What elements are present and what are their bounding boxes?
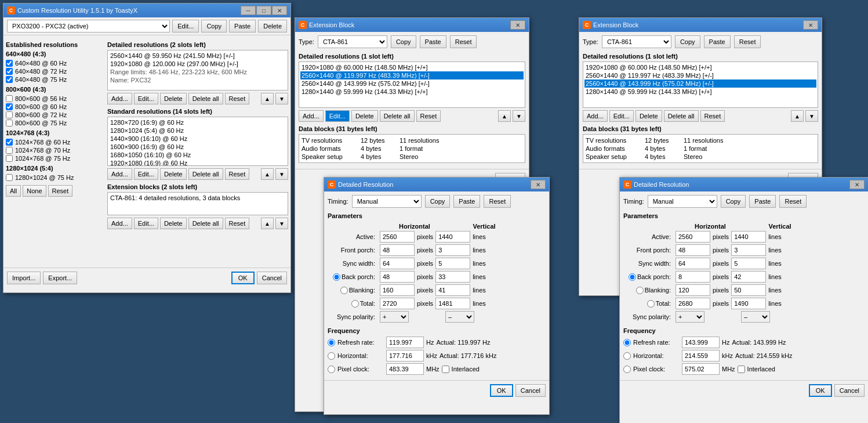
detail-right-copy-button[interactable]: Copy [721,195,746,208]
detail-mid-ok-button[interactable]: OK [490,384,513,397]
ext-mid-detail-item-4[interactable]: 1280×1440 @ 59.999 Hz (144.33 MHz) [+/+] [300,88,524,96]
res-800x600-56-checkbox[interactable] [6,95,13,102]
detail-right-timing-dropdown[interactable]: Manual [648,195,717,208]
front-porch-v-input[interactable] [435,244,470,256]
std-res-item-3[interactable]: 1440×900 (16:10) @ 60 Hz [109,135,286,143]
std-res-item-2[interactable]: 1280×1024 (5:4) @ 60 Hz [109,126,286,135]
detail-mid-close-button[interactable]: ✕ [531,180,546,189]
res-1024x768-70-checkbox[interactable] [6,147,13,154]
sync-width-v-input[interactable] [435,258,470,269]
standard-resolutions-list[interactable]: 1280×720 (16:9) @ 60 Hz 1280×1024 (5:4) … [107,117,288,166]
detail-right-close-button[interactable]: ✕ [849,180,865,189]
ext-right-copy-button[interactable]: Copy [675,35,700,48]
close-button[interactable]: ✕ [272,6,287,15]
back-porch-h-input[interactable] [380,271,415,283]
copy-button[interactable]: Copy [201,20,227,32]
refresh-rate-input[interactable] [386,337,424,348]
rdb-speaker-name[interactable]: Speaker setup [586,153,644,160]
r-horizontal-freq-input[interactable] [682,350,720,361]
ext-mid-detail-up-button[interactable]: ▲ [498,110,511,122]
r-blanking-radio[interactable] [636,287,644,294]
res-800x600-60-checkbox[interactable] [6,103,13,110]
r-total-h-input[interactable] [675,298,710,309]
extension-blocks-list[interactable]: CTA-861: 4 detailed resolutions, 3 data … [107,192,288,215]
res-1024x768-75-checkbox[interactable] [6,155,13,162]
horizontal-freq-input[interactable] [386,350,424,361]
rdb-tv-name[interactable]: TV resolutions [586,137,644,144]
ext-right-detail-res-list[interactable]: 1920×1080 @ 60.000 Hz (148.50 MHz) [+/+]… [583,62,818,108]
ext-mid-close-button[interactable]: ✕ [510,20,525,30]
r-active-h-input[interactable] [675,231,710,243]
detail-mid-paste-button[interactable]: Paste [453,195,480,208]
front-porch-h-input[interactable] [380,244,415,256]
ext-mid-detail-down-button[interactable]: ▼ [513,110,525,122]
ext-right-close-button[interactable]: ✕ [803,20,818,30]
r-total-v-input[interactable] [731,298,766,309]
all-button[interactable]: All [6,185,21,197]
std-res-item-6[interactable]: 1920×1080 (16:9) @ 60 Hz [109,159,286,166]
db-speaker-name[interactable]: Speaker setup [302,153,359,160]
blanking-v-input[interactable] [435,284,470,296]
total-v-input[interactable] [435,298,470,309]
std-up-button[interactable]: ▲ [261,168,274,180]
horizontal-freq-radio[interactable] [328,352,335,360]
detail-right-cancel-button[interactable]: Cancel [834,384,865,397]
detail-res-item-2[interactable]: 1920×1080 @ 120.000 Hz (297.00 MHz) [+/-… [109,60,286,68]
ext-mid-detail-item-2[interactable]: 2560×1440 @ 119.997 Hz (483.39 MHz) [+/-… [300,71,524,79]
ext-mid-detail-res-list[interactable]: 1920×1080 @ 60.000 Hz (148.50 MHz) [+/+]… [299,62,525,108]
r-blanking-h-input[interactable] [675,284,710,296]
active-v-input[interactable] [435,231,470,243]
ext-mid-type-dropdown[interactable]: CTA-861 [318,35,387,48]
detail-delete-button[interactable]: Delete [160,93,187,104]
ext-right-detail-item-3[interactable]: 2560×1440 @ 143.999 Hz (575.02 MHz) [+/-… [584,79,816,88]
r-active-v-input[interactable] [731,231,766,243]
total-h-input[interactable] [380,298,415,309]
ext-right-detail-delete-all-button[interactable]: Delete all [664,110,699,122]
ext-right-detail-item-1[interactable]: 1920×1080 @ 60.000 Hz (148.50 MHz) [+/+] [584,63,816,71]
detail-delete-all-button[interactable]: Delete all [188,93,223,104]
ext-block-item-1[interactable]: CTA-861: 4 detailed resolutions, 3 data … [109,194,286,202]
res-640x480-72-checkbox[interactable] [6,68,13,75]
detail-mid-reset-button[interactable]: Reset [484,195,511,208]
detail-reset-button[interactable]: Reset [225,93,250,104]
ext-delete-all-button[interactable]: Delete all [188,218,223,229]
detailed-resolutions-list[interactable]: 2560×1440 @ 59.950 Hz (241.50 MHz) [+/-]… [107,50,288,91]
ext-right-type-dropdown[interactable]: CTA-861 [602,35,671,48]
ext-mid-detail-add-button[interactable]: Add... [299,110,324,122]
ext-right-reset-button[interactable]: Reset [734,35,761,48]
r-front-porch-h-input[interactable] [675,244,710,256]
ext-edit-button[interactable]: Edit... [134,218,158,229]
ext-up-button[interactable]: ▲ [261,218,274,229]
r-blanking-v-input[interactable] [731,284,766,296]
std-delete-all-button[interactable]: Delete all [188,168,223,180]
r-sync-width-h-input[interactable] [675,258,710,269]
pixel-clock-input[interactable] [386,363,424,375]
total-radio[interactable] [351,300,359,308]
r-pixel-clock-input[interactable] [682,363,720,375]
sync-polarity-h-select[interactable]: + [380,311,409,323]
r-refresh-rate-input[interactable] [682,337,720,348]
detail-up-button[interactable]: ▲ [261,93,274,104]
ext-right-paste-button[interactable]: Paste [704,35,731,48]
res-800x600-75-checkbox[interactable] [6,120,13,126]
r-horizontal-freq-radio[interactable] [623,352,631,360]
pixel-clock-radio[interactable] [328,366,335,373]
res-640x480-75-checkbox[interactable] [6,76,13,83]
res-640x480-60-checkbox[interactable] [6,60,13,67]
active-h-input[interactable] [380,231,415,243]
ext-reset-button[interactable]: Reset [225,218,250,229]
ext-mid-detail-delete-all-button[interactable]: Delete all [380,110,415,122]
ext-right-detail-delete-button[interactable]: Delete [635,110,662,122]
ext-down-button[interactable]: ▼ [275,218,288,229]
ext-mid-copy-button[interactable]: Copy [391,35,416,48]
r-interlaced-checkbox[interactable] [738,366,745,373]
ext-mid-detail-delete-button[interactable]: Delete [351,110,378,122]
ext-add-button[interactable]: Add... [107,218,132,229]
std-res-item-1[interactable]: 1280×720 (16:9) @ 60 Hz [109,118,286,126]
std-down-button[interactable]: ▼ [275,168,288,180]
none-button[interactable]: None [23,185,46,197]
detail-right-reset-button[interactable]: Reset [779,195,807,208]
import-button[interactable]: Import... [7,272,41,284]
detail-mid-copy-button[interactable]: Copy [425,195,451,208]
ok-button[interactable]: OK [231,272,255,284]
